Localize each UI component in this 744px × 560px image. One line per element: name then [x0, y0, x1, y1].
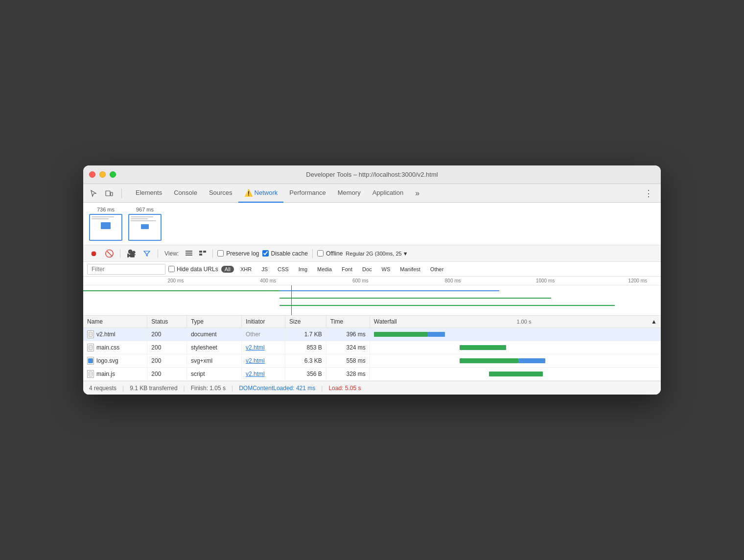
- tab-application[interactable]: Application: [367, 184, 410, 203]
- offline-label[interactable]: Offline: [317, 250, 343, 257]
- filter-type-js[interactable]: JS: [258, 266, 271, 273]
- table-row[interactable]: logo.svg200svg+xmlv2.html6.3 KB558 ms: [83, 354, 661, 368]
- table-row[interactable]: main.css200stylesheetv2.html853 B324 ms: [83, 341, 661, 354]
- th-initiator: Initiator: [242, 316, 285, 328]
- screenshot-thumb-1[interactable]: [89, 214, 122, 241]
- tab-sources[interactable]: Sources: [203, 184, 238, 203]
- throttle-select[interactable]: Regular 2G (300ms, 25 ▼: [346, 251, 408, 257]
- waterfall-cell: [370, 328, 661, 341]
- waterfall-blue-bar: [428, 332, 445, 337]
- filter-type-manifest[interactable]: Manifest: [396, 266, 424, 273]
- timeline-green-line-2: [279, 298, 551, 299]
- file-icon: [87, 330, 94, 338]
- type-cell: svg+xml: [186, 354, 241, 368]
- close-button[interactable]: [89, 171, 95, 178]
- group-view-button[interactable]: [197, 248, 208, 259]
- list-view-button[interactable]: [184, 248, 194, 259]
- disable-cache-checkbox[interactable]: [262, 250, 269, 257]
- ruler-mark-1200: 1200 ms: [628, 278, 647, 283]
- svg-rect-1: [111, 192, 113, 196]
- device-toggle-icon[interactable]: [103, 187, 116, 200]
- filter-button[interactable]: [140, 247, 153, 260]
- file-icon: [87, 357, 94, 365]
- select-element-icon[interactable]: [87, 187, 100, 200]
- filter-type-font[interactable]: Font: [338, 266, 356, 273]
- hide-data-urls-label[interactable]: Hide data URLs: [168, 266, 218, 273]
- type-cell: stylesheet: [186, 341, 241, 354]
- offline-checkbox[interactable]: [317, 250, 324, 257]
- load-time: Load: 5.05 s: [328, 385, 361, 392]
- filter-type-all[interactable]: All: [221, 266, 234, 273]
- dom-content-loaded[interactable]: DOMContentLoaded: 421 ms: [239, 385, 315, 392]
- filter-type-ws[interactable]: WS: [378, 266, 394, 273]
- window-title: Developer Tools – http://localhost:3000/…: [306, 171, 438, 178]
- initiator-cell: Other: [242, 328, 285, 341]
- size-cell: 1.7 KB: [285, 328, 326, 341]
- tab-network[interactable]: ⚠️ Network: [238, 184, 284, 203]
- filter-type-other[interactable]: Other: [427, 266, 447, 273]
- requests-count: 4 requests: [89, 385, 116, 392]
- screenshot-1[interactable]: 736 ms: [89, 207, 122, 241]
- network-warning-icon: ⚠️: [244, 189, 253, 197]
- th-name: Name: [83, 316, 147, 328]
- screenshot-thumb-2[interactable]: [128, 214, 162, 241]
- camera-button[interactable]: 🎥: [125, 247, 138, 260]
- fullscreen-button[interactable]: [110, 171, 116, 178]
- table-row[interactable]: main.js200scriptv2.html356 B328 ms: [83, 368, 661, 381]
- status-cell: 200: [147, 354, 187, 368]
- disable-cache-label[interactable]: Disable cache: [262, 250, 308, 257]
- filter-type-img[interactable]: Img: [295, 266, 311, 273]
- network-table[interactable]: Name Status Type Initiator Size Time Wat…: [83, 316, 661, 381]
- tab-console[interactable]: Console: [168, 184, 203, 203]
- waterfall-green-bar: [374, 332, 428, 337]
- filter-bar: Hide data URLs All XHR JS CSS Img Media …: [83, 262, 661, 277]
- transferred-size: 9.1 KB transferred: [130, 385, 177, 392]
- timeline-area[interactable]: 200 ms 400 ms 600 ms 800 ms 1000 ms 1200…: [83, 277, 661, 316]
- more-tabs-button[interactable]: »: [411, 187, 423, 200]
- timeline-blue-line: [279, 290, 499, 291]
- initiator-cell[interactable]: v2.html: [242, 341, 285, 354]
- tabs-bar: Elements Console Sources ⚠️ Network Perf…: [83, 184, 661, 203]
- record-button[interactable]: ⏺: [87, 247, 100, 260]
- status-cell: 200: [147, 368, 187, 381]
- filter-type-xhr[interactable]: XHR: [237, 266, 255, 273]
- th-size: Size: [285, 316, 326, 328]
- tab-performance[interactable]: Performance: [283, 184, 331, 203]
- waterfall-cell: [370, 354, 661, 368]
- devtools-icons: [87, 187, 125, 200]
- devtools-menu-button[interactable]: ⋮: [640, 186, 657, 201]
- table-row[interactable]: v2.html200documentOther1.7 KB396 ms: [83, 328, 661, 341]
- clear-button[interactable]: 🚫: [103, 247, 116, 260]
- preserve-log-checkbox[interactable]: [217, 250, 224, 257]
- size-cell: 356 B: [285, 368, 326, 381]
- ruler-mark-200: 200 ms: [167, 278, 184, 283]
- filter-type-css[interactable]: CSS: [274, 266, 292, 273]
- hide-data-urls-checkbox[interactable]: [168, 266, 175, 272]
- screenshot-2[interactable]: 967 ms: [128, 207, 162, 241]
- initiator-cell[interactable]: v2.html: [242, 368, 285, 381]
- preserve-log-label[interactable]: Preserve log: [217, 250, 259, 257]
- filter-input[interactable]: [87, 264, 165, 275]
- minimize-button[interactable]: [99, 171, 106, 178]
- toolbar-divider-3: [212, 249, 213, 258]
- svg-rect-3: [186, 253, 192, 254]
- filter-type-media[interactable]: Media: [314, 266, 335, 273]
- waterfall-blue-bar: [518, 358, 545, 363]
- tab-elements[interactable]: Elements: [130, 184, 168, 203]
- toolbar-divider-1: [120, 249, 120, 258]
- th-type: Type: [186, 316, 241, 328]
- file-icon: [87, 344, 94, 351]
- initiator-cell[interactable]: v2.html: [242, 354, 285, 368]
- filter-type-doc[interactable]: Doc: [359, 266, 375, 273]
- screenshot-strip: 736 ms 967 ms: [83, 203, 661, 245]
- toolbar-divider-2: [158, 249, 158, 258]
- tab-memory[interactable]: Memory: [332, 184, 367, 203]
- waterfall-cell: [370, 368, 661, 381]
- network-toolbar: ⏺ 🚫 🎥 View:: [83, 245, 661, 262]
- file-name: main.js: [96, 371, 115, 377]
- svg-rect-6: [203, 251, 206, 253]
- th-waterfall: Waterfall 1.00 s ▲: [370, 316, 661, 328]
- tabs-divider-1: [121, 188, 122, 198]
- timeline-cursor: [291, 285, 292, 315]
- file-name: main.css: [96, 344, 119, 351]
